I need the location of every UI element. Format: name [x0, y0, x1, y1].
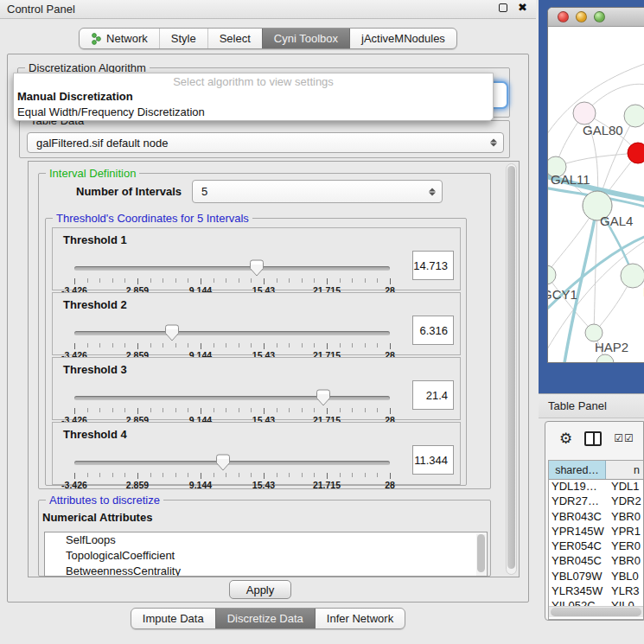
scrollbar-thumb[interactable]: [507, 166, 515, 569]
table-horizontal-scrollbar[interactable]: [549, 606, 643, 617]
slider-thumb[interactable]: [165, 324, 179, 341]
scrollbar-thumb[interactable]: [551, 608, 641, 616]
table-row[interactable]: YBL079W YBL0: [549, 570, 643, 584]
table-data-group: Table Data galFiltered.sif default node: [19, 120, 510, 158]
zoom-window-icon[interactable]: [594, 11, 605, 22]
slider-track[interactable]: [74, 396, 390, 400]
major-tick: [74, 408, 75, 414]
attribute-list-item[interactable]: TopologicalCoefficient: [45, 548, 487, 564]
cell-shared-name[interactable]: YER054C: [549, 539, 606, 554]
column-header-shared[interactable]: shared…: [549, 461, 606, 479]
dropdown-option-equal-width[interactable]: Equal Width/Frequency Discretization: [14, 105, 493, 120]
slider-track[interactable]: [74, 461, 390, 465]
node-hap2[interactable]: [585, 324, 603, 341]
minor-ticks: [74, 343, 390, 348]
threshold-value-field[interactable]: 21.4: [412, 380, 454, 410]
tab-cyni-toolbox[interactable]: Cyni Toolbox: [262, 29, 349, 48]
threshold-slider[interactable]: -3.426 2.859 9.144 15.43 21.715 28: [74, 389, 390, 420]
cell-name[interactable]: YLR3: [606, 584, 643, 599]
cell-name[interactable]: YDL1: [606, 480, 643, 494]
threshold-label: Threshold 3: [63, 363, 127, 376]
table-row[interactable]: YBR045C YBR0: [549, 554, 643, 569]
tab-infer-network[interactable]: Infer Network: [315, 609, 405, 628]
threshold-slider[interactable]: -3.426 2.859 9.144 15.43 21.715 28: [74, 324, 390, 355]
table-row[interactable]: YER054C YER0: [549, 539, 643, 554]
split-columns-icon[interactable]: [584, 431, 602, 446]
major-tick: [327, 278, 328, 284]
cell-name[interactable]: YPR1: [606, 525, 643, 539]
cell-name[interactable]: YBL0: [606, 570, 643, 584]
table-row[interactable]: YLR345W YLR3: [549, 584, 643, 599]
attributes-scrollbar[interactable]: [476, 533, 486, 577]
node-gcy1[interactable]: [548, 265, 556, 284]
slider-thumb[interactable]: [250, 259, 264, 277]
cell-shared-name[interactable]: YBR043C: [549, 510, 606, 525]
cell-name[interactable]: YBR0: [606, 554, 643, 569]
node-h[interactable]: [621, 264, 644, 288]
tab-style[interactable]: Style: [159, 29, 207, 48]
table-row[interactable]: YPR145W YPR1: [549, 525, 643, 539]
threshold-value-field[interactable]: 14.713: [412, 251, 454, 280]
cell-shared-name[interactable]: YDR27…: [549, 494, 606, 509]
node-gal80[interactable]: [573, 102, 596, 124]
float-panel-icon[interactable]: [499, 3, 507, 12]
threshold-panel-3: Threshold 3 -3.426 2.859 9.144 15.43 21.…: [52, 357, 461, 420]
cell-name[interactable]: YBR0: [606, 510, 643, 525]
major-tick: [201, 473, 201, 479]
numerical-attributes-list[interactable]: SelfLoopsTopologicalCoefficientBetweenne…: [44, 532, 488, 577]
table-row[interactable]: YBR043C YBR0: [549, 510, 643, 525]
number-of-intervals-label: Number of Intervals: [76, 185, 182, 198]
major-tick: [137, 343, 138, 349]
major-tick: [201, 408, 201, 414]
threshold-value-field[interactable]: 6.316: [412, 316, 454, 345]
interval-definition-title: Interval Definition: [46, 167, 139, 180]
cell-name[interactable]: YDR2: [606, 494, 643, 509]
close-panel-icon[interactable]: ✖: [518, 3, 527, 12]
tab-impute-data[interactable]: Impute Data: [131, 609, 215, 628]
node-red-selected[interactable]: [628, 143, 644, 163]
tab-network[interactable]: Network: [80, 29, 159, 48]
node-bottom-cut[interactable]: [596, 354, 614, 363]
threshold-label: Threshold 1: [63, 233, 127, 246]
table-data-combobox[interactable]: galFiltered.sif default node: [27, 132, 504, 153]
threshold-slider[interactable]: -3.426 2.859 9.144 15.43 21.715 28: [74, 259, 390, 290]
node-top-right[interactable]: [624, 105, 644, 127]
close-window-icon[interactable]: [558, 11, 569, 22]
control-panel-titlebar: Control Panel ✖: [0, 0, 536, 19]
minor-ticks: [74, 278, 390, 283]
tab-select[interactable]: Select: [207, 29, 262, 48]
cell-shared-name[interactable]: YDL19…: [549, 480, 606, 494]
number-of-intervals-combobox[interactable]: 5: [192, 180, 443, 203]
slider-track[interactable]: [74, 331, 390, 335]
gear-icon[interactable]: ⚙: [559, 430, 572, 448]
table-row[interactable]: YDL19… YDL1: [549, 480, 643, 494]
cell-shared-name[interactable]: YBR045C: [549, 554, 606, 569]
network-graph: GAL80 G C GAL11 GAL4 GCY1 H HAP2: [548, 27, 644, 363]
checkbox-icons[interactable]: ☑☑: [614, 432, 634, 444]
node-label-gal11: GAL11: [551, 172, 590, 187]
threshold-slider[interactable]: -3.426 2.859 9.144 15.43 21.715 28: [74, 454, 390, 485]
tab-jactivemnodules[interactable]: jActiveMNodules: [349, 29, 456, 48]
slider-thumb[interactable]: [316, 389, 330, 406]
cell-shared-name[interactable]: YPR145W: [549, 525, 606, 539]
threshold-value-field[interactable]: 11.344: [412, 445, 454, 475]
attribute-list-item[interactable]: BetweennessCentrality: [45, 564, 487, 577]
threshold-panel-1: Threshold 1 -3.426 2.859 9.144 15.43 21.…: [52, 227, 461, 290]
dropdown-option-manual[interactable]: Manual Discretization: [14, 89, 493, 105]
column-header-name[interactable]: n: [606, 461, 643, 479]
network-window-titlebar[interactable]: [548, 8, 644, 27]
attribute-list-item[interactable]: SelfLoops: [45, 532, 487, 548]
cell-shared-name[interactable]: YBL079W: [549, 570, 606, 584]
tab-discretize-data[interactable]: Discretize Data: [215, 609, 315, 628]
scrollbar-thumb[interactable]: [477, 534, 485, 572]
slider-thumb[interactable]: [216, 454, 230, 471]
network-canvas[interactable]: GAL80 G C GAL11 GAL4 GCY1 H HAP2: [548, 27, 644, 363]
cell-name[interactable]: YER0: [606, 539, 643, 554]
cell-shared-name[interactable]: YLR345W: [549, 584, 606, 599]
table-row[interactable]: YDR27… YDR2: [549, 494, 643, 509]
slider-track[interactable]: [74, 266, 390, 271]
minimize-window-icon[interactable]: [576, 11, 587, 22]
settings-vertical-scrollbar[interactable]: [506, 163, 517, 575]
threshold-label: Threshold 2: [63, 298, 127, 311]
apply-button[interactable]: Apply: [229, 580, 291, 599]
